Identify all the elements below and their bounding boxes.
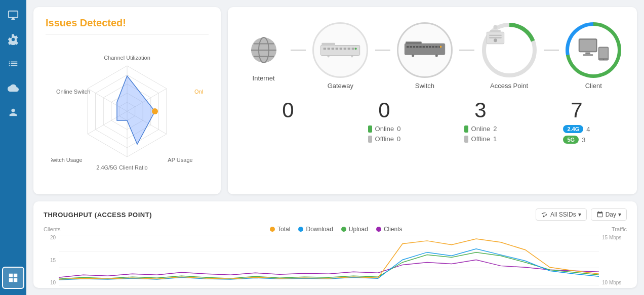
ap-icon bbox=[481, 22, 509, 50]
svg-point-31 bbox=[435, 55, 438, 57]
main-content: Issues Detected! bbox=[26, 0, 644, 295]
legend-total-dot bbox=[270, 227, 275, 232]
gateway-icon bbox=[320, 39, 360, 62]
svg-point-58 bbox=[602, 59, 604, 60]
y-left-10: 10 bbox=[44, 280, 56, 285]
ssid-chevron: ▾ bbox=[578, 211, 581, 218]
sidebar-item-settings[interactable] bbox=[2, 28, 24, 51]
radar-label-online-switch: Online Switch bbox=[56, 89, 90, 95]
issues-card: Issues Detected! bbox=[33, 7, 221, 194]
sidebar-item-cloud[interactable] bbox=[2, 77, 24, 99]
client-node[interactable]: Client bbox=[566, 22, 621, 90]
client-5g-row: 5G 3 bbox=[563, 136, 590, 144]
sidebar-item-users[interactable] bbox=[2, 101, 24, 123]
svg-point-18 bbox=[351, 55, 353, 57]
svg-point-30 bbox=[412, 55, 414, 57]
ap-count: 3 bbox=[474, 100, 486, 121]
svg-rect-53 bbox=[580, 39, 596, 51]
time-filter-label: Day bbox=[606, 211, 616, 218]
throughput-section: THROUGHPUT (ACCESS POINT) All SSIDs ▾ Da… bbox=[33, 201, 637, 288]
svg-point-49 bbox=[494, 38, 497, 42]
svg-rect-41 bbox=[435, 46, 437, 48]
svg-marker-8 bbox=[117, 76, 155, 144]
radar-label-ap-usage: AP Usage bbox=[168, 157, 192, 163]
switch-offline-count: 0 bbox=[397, 135, 400, 143]
sidebar-item-dashboard[interactable] bbox=[2, 267, 24, 289]
svg-rect-40 bbox=[432, 46, 434, 48]
ap-label: Access Point bbox=[490, 82, 528, 90]
svg-rect-47 bbox=[490, 30, 501, 32]
svg-rect-38 bbox=[426, 46, 428, 48]
legend-clients-dot bbox=[376, 227, 381, 232]
client-icon bbox=[577, 36, 610, 64]
svg-rect-39 bbox=[429, 46, 431, 48]
connector-2 bbox=[375, 50, 390, 51]
legend-upload-label: Upload bbox=[349, 226, 368, 233]
ap-detail: Online 2 Offline 1 bbox=[464, 125, 497, 143]
switch-online-label: Online bbox=[375, 125, 394, 133]
radar-label-channel: Channel Utilization bbox=[104, 55, 150, 61]
radar-label-online-ap: Online AP bbox=[194, 89, 203, 95]
y-left-15: 15 bbox=[44, 258, 56, 263]
radar-chart: Channel Utilization Online AP AP Usage 2… bbox=[46, 36, 209, 178]
throughput-title: THROUGHPUT (ACCESS POINT) bbox=[44, 211, 152, 219]
svg-rect-20 bbox=[328, 48, 330, 50]
throughput-controls: All SSIDs ▾ Day ▾ bbox=[536, 208, 627, 221]
radar-label-switch-usage: Switch Usage bbox=[51, 157, 83, 163]
legend-total-label: Total bbox=[277, 226, 290, 233]
switch-online-row: Online 0 bbox=[368, 125, 401, 133]
svg-rect-21 bbox=[332, 48, 334, 50]
svg-rect-22 bbox=[336, 48, 338, 50]
svg-point-43 bbox=[440, 46, 442, 48]
svg-rect-24 bbox=[344, 48, 346, 50]
legend-upload-dot bbox=[341, 227, 346, 232]
traffic-axis-label: Traffic bbox=[612, 226, 627, 232]
sidebar-item-stats[interactable] bbox=[2, 242, 24, 265]
gateway-node[interactable]: Gateway bbox=[312, 22, 368, 90]
switch-stats: 0 Online 0 Offline 0 bbox=[359, 100, 410, 143]
svg-rect-57 bbox=[599, 48, 608, 58]
svg-point-9 bbox=[152, 108, 158, 114]
badge-24g: 2.4G bbox=[563, 125, 583, 133]
svg-rect-32 bbox=[407, 46, 409, 48]
gateway-circle bbox=[312, 22, 368, 78]
radar-svg: Channel Utilization Online AP AP Usage 2… bbox=[51, 40, 203, 175]
svg-point-48 bbox=[493, 25, 497, 29]
svg-rect-35 bbox=[416, 46, 418, 48]
issues-prefix: Issues bbox=[46, 17, 80, 28]
svg-rect-37 bbox=[423, 46, 425, 48]
connector-3 bbox=[459, 50, 474, 51]
ap-online-label: Online bbox=[471, 125, 491, 133]
sidebar bbox=[0, 0, 26, 295]
gateway-stats: 0 bbox=[263, 100, 313, 121]
chart-canvas bbox=[59, 235, 599, 285]
ssid-filter-button[interactable]: All SSIDs ▾ bbox=[536, 208, 587, 221]
badge-5g: 5G bbox=[563, 136, 579, 144]
internet-icon-container bbox=[244, 30, 284, 70]
sidebar-item-monitor[interactable] bbox=[2, 4, 24, 26]
time-filter-button[interactable]: Day ▾ bbox=[591, 208, 627, 221]
ap-offline-row: Offline 1 bbox=[464, 135, 497, 143]
client-count: 7 bbox=[571, 100, 582, 121]
legend-download-label: Download bbox=[306, 226, 333, 233]
ap-node[interactable]: Access Point bbox=[481, 22, 537, 90]
switch-node[interactable]: Switch bbox=[397, 22, 453, 90]
topology-card: Internet bbox=[228, 7, 637, 194]
client-circle bbox=[566, 22, 621, 78]
client-stats: 7 2.4G 4 5G 3 bbox=[551, 100, 602, 144]
sidebar-item-list[interactable] bbox=[2, 53, 24, 75]
client-label: Client bbox=[585, 82, 602, 90]
svg-rect-34 bbox=[413, 46, 415, 48]
topology-nodes: Internet bbox=[240, 17, 625, 100]
switch-label: Switch bbox=[415, 82, 434, 90]
issues-suffix: ! bbox=[123, 17, 126, 28]
legend-row: Total Download Upload Clients bbox=[270, 226, 402, 233]
switch-offline-row: Offline 0 bbox=[368, 135, 401, 143]
svg-rect-54 bbox=[585, 52, 590, 54]
svg-point-27 bbox=[355, 48, 357, 50]
top-row: Issues Detected! bbox=[33, 7, 637, 194]
client-inner bbox=[569, 26, 618, 74]
svg-rect-23 bbox=[340, 48, 342, 50]
legend-upload: Upload bbox=[341, 226, 368, 233]
client-24g-count: 4 bbox=[586, 125, 590, 133]
